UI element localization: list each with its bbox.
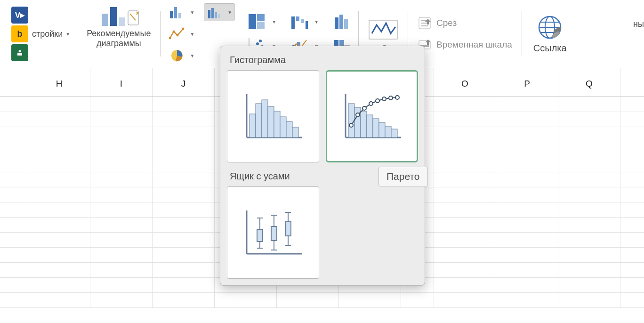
col-header[interactable]: J [153, 68, 215, 97]
svg-point-14 [182, 28, 185, 30]
pie-chart-button[interactable]: ▼ [166, 47, 197, 65]
box-whisker-icon [240, 207, 306, 258]
hierarchy-chart-button[interactable]: ▼ [247, 13, 276, 31]
svg-rect-64 [367, 115, 373, 137]
map-chart-button[interactable] [332, 13, 352, 31]
recommended-charts-label: Рекомендуемые диаграммы [87, 29, 151, 48]
svg-point-12 [173, 31, 175, 33]
box-whisker-chart-option[interactable] [227, 186, 319, 279]
svg-rect-17 [257, 14, 265, 21]
svg-point-22 [256, 42, 259, 45]
svg-point-3 [137, 12, 138, 14]
svg-rect-65 [373, 119, 379, 137]
statistic-chart-dropdown: Гистограмма [220, 46, 425, 286]
svg-rect-68 [391, 129, 397, 137]
svg-rect-53 [262, 100, 268, 137]
addins-group: V▸ b стройки▼ [5, 3, 77, 65]
svg-point-72 [369, 102, 373, 105]
svg-point-74 [382, 97, 386, 101]
svg-rect-33 [339, 15, 343, 29]
svg-rect-88 [285, 222, 291, 236]
svg-rect-57 [286, 121, 292, 137]
slicer-label: Срез [436, 18, 457, 28]
col-header[interactable]: H [28, 68, 90, 97]
svg-rect-9 [215, 12, 217, 18]
pareto-tooltip: Парето [378, 167, 428, 186]
svg-rect-8 [211, 8, 214, 18]
recommended-charts-button[interactable]: Рекомендуемые диаграммы [77, 3, 160, 65]
svg-rect-7 [208, 10, 210, 18]
svg-rect-1 [17, 53, 22, 56]
svg-rect-25 [291, 16, 295, 29]
timeline-label: Временная шкала [436, 40, 512, 50]
slicer-button[interactable]: Срез [418, 16, 512, 30]
col-header[interactable]: P [496, 68, 558, 97]
col-header[interactable]: O [434, 68, 496, 97]
svg-rect-67 [385, 126, 391, 137]
svg-rect-6 [178, 13, 181, 18]
svg-rect-10 [218, 14, 220, 18]
svg-rect-27 [301, 19, 304, 23]
svg-rect-26 [296, 16, 299, 21]
filters-group: Срез Временная шкала [408, 16, 522, 52]
hyperlink-button[interactable]: Ссылка [522, 15, 578, 54]
visio-addin-icon[interactable]: V▸ [11, 7, 28, 24]
svg-rect-54 [268, 106, 274, 137]
svg-rect-80 [257, 229, 263, 242]
svg-rect-51 [250, 114, 256, 137]
svg-point-76 [395, 96, 399, 99]
svg-rect-61 [348, 104, 354, 137]
svg-rect-55 [274, 111, 280, 137]
svg-rect-5 [174, 7, 177, 18]
svg-point-75 [389, 96, 393, 100]
svg-point-70 [356, 113, 360, 117]
statistic-chart-button[interactable]: ▼ [204, 3, 235, 21]
svg-rect-28 [306, 21, 308, 29]
pareto-chart-option[interactable] [326, 70, 418, 162]
svg-rect-18 [257, 22, 265, 29]
sparklines-button[interactable]: ▼ ны [359, 19, 408, 49]
svg-rect-4 [170, 11, 173, 18]
people-addin-icon[interactable] [11, 44, 28, 61]
hyperlink-label: Ссылка [533, 43, 567, 54]
addins-label[interactable]: стройки▼ [32, 29, 70, 39]
col-header[interactable] [0, 68, 28, 97]
svg-rect-32 [335, 17, 338, 29]
line-chart-button[interactable]: ▼ [166, 25, 197, 43]
timeline-button[interactable]: Временная шкала [418, 38, 512, 52]
svg-point-69 [349, 123, 353, 127]
svg-point-0 [19, 50, 21, 52]
column-chart-button[interactable]: ▼ [166, 3, 197, 21]
col-header[interactable]: I [90, 68, 153, 97]
svg-point-71 [362, 106, 366, 110]
svg-point-24 [259, 40, 262, 42]
svg-rect-84 [271, 226, 277, 241]
svg-rect-66 [379, 122, 385, 137]
svg-rect-56 [280, 117, 286, 137]
svg-rect-52 [256, 104, 262, 137]
svg-rect-34 [344, 19, 348, 29]
sparklines-label-partial: ны [633, 19, 644, 29]
histogram-chart-option[interactable] [227, 70, 319, 162]
waterfall-chart-button[interactable]: ▼ [290, 13, 319, 31]
histogram-section-title: Гистограмма [220, 46, 425, 70]
pareto-icon [339, 90, 405, 142]
col-header[interactable]: Q [558, 68, 620, 97]
histogram-icon [240, 90, 306, 142]
svg-rect-58 [292, 127, 298, 137]
svg-rect-63 [361, 111, 367, 137]
svg-rect-16 [249, 14, 256, 29]
svg-point-13 [177, 34, 179, 37]
bing-addin-icon[interactable]: b [11, 25, 28, 42]
svg-point-73 [376, 99, 379, 103]
svg-rect-62 [354, 107, 361, 137]
